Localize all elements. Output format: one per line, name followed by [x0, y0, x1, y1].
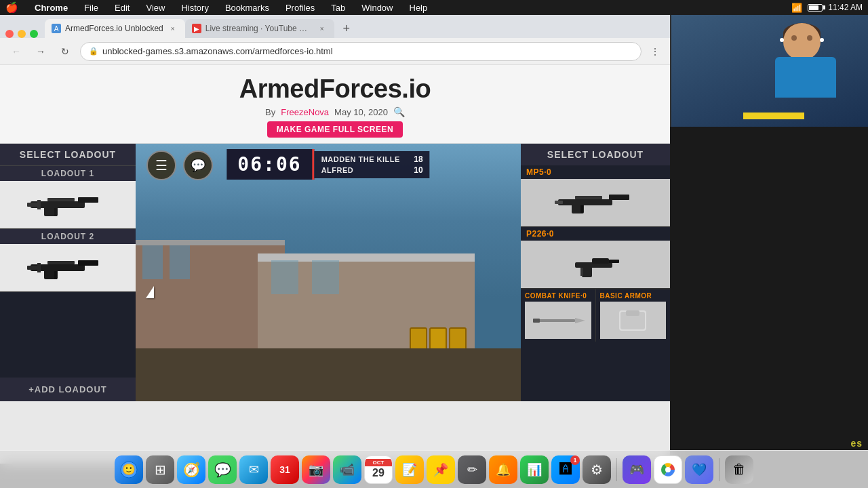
dock-notes[interactable]: 📝	[395, 455, 424, 484]
apple-menu-icon[interactable]: 🍎	[5, 1, 18, 14]
menubar-window[interactable]: Window	[359, 3, 395, 13]
tab-close-2[interactable]: ×	[317, 23, 328, 34]
loadout-1[interactable]: LOADOUT 1	[0, 166, 136, 229]
dock-fantastical[interactable]: 31	[271, 455, 299, 484]
address-bar: ← → ↻ 🔒 unblocked-games.s3.amazonaws.com…	[0, 38, 670, 65]
page-title: ArmedForces.io	[0, 75, 670, 104]
score-row-1: MADDEN THE KILLE 18	[321, 154, 423, 165]
svg-rect-15	[575, 196, 602, 199]
webcam-person	[671, 15, 868, 127]
weapon-mp5-label: MP5·0	[521, 165, 670, 179]
player-1-name: MADDEN THE KILLE	[321, 155, 400, 163]
search-icon[interactable]: 🔍	[393, 106, 405, 117]
dock-separator-2	[719, 458, 719, 481]
svg-rect-2	[78, 197, 98, 203]
svg-rect-9	[78, 260, 98, 266]
dock-photos[interactable]: 📷	[302, 455, 330, 484]
menubar-edit[interactable]: Edit	[112, 3, 132, 13]
loadout-2-label: LOADOUT 2	[0, 229, 136, 244]
fullscreen-button[interactable]: MAKE GAME FULL SCREEN	[267, 121, 403, 138]
dock-calendar[interactable]: OCT 29	[364, 455, 393, 484]
svg-rect-25	[534, 319, 575, 322]
page-header: ArmedForces.io By FreezeNova May 10, 202…	[0, 65, 670, 144]
dock-trash[interactable]: 🗑	[725, 455, 753, 484]
player-2-name: ALFRED	[321, 166, 354, 174]
back-button[interactable]: ←	[7, 42, 26, 61]
menubar-file[interactable]: File	[81, 3, 101, 13]
game-timer: 06:06	[226, 149, 314, 180]
game-area[interactable]: SELECT LOADOUT LOADOUT 1	[0, 144, 670, 401]
dock-numbers[interactable]: 📊	[520, 455, 549, 484]
menubar-right: 📶 11:42 AM	[791, 3, 863, 13]
dock-discord[interactable]: 💙	[685, 455, 713, 484]
dock-separator	[616, 458, 617, 481]
close-window-button[interactable]	[5, 30, 14, 38]
url-bar[interactable]: 🔒 unblocked-games.s3.amazonaws.com/armed…	[80, 42, 642, 61]
menubar-view[interactable]: View	[143, 3, 167, 13]
page-meta: By FreezeNova May 10, 2020 🔍	[0, 106, 670, 117]
minimize-window-button[interactable]	[18, 30, 26, 38]
dock-appstore[interactable]: 🅰 1	[551, 455, 580, 484]
appstore-badge: 1	[570, 455, 580, 465]
reload-button[interactable]: ↻	[56, 42, 75, 61]
stream-text: es	[850, 438, 863, 449]
dock-launchpad[interactable]: ⊞	[146, 455, 174, 484]
dock-arcade[interactable]: 🎮	[623, 455, 651, 484]
loadout-2[interactable]: LOADOUT 2	[0, 229, 136, 292]
barrels	[410, 327, 467, 350]
weapon-mp5[interactable]: MP5·0	[521, 165, 670, 227]
battery-icon	[808, 4, 823, 12]
dock-mail[interactable]: ✉	[239, 455, 268, 484]
dock-safari[interactable]: 🧭	[177, 455, 205, 484]
tab-armedforces[interactable]: A ArmedForces.io Unblocked ×	[45, 19, 185, 38]
date-text: May 10, 2020	[334, 107, 388, 117]
game-hud: 06:06 MADDEN THE KILLE 18 ALFRED 10	[226, 149, 429, 180]
menubar-help[interactable]: Help	[407, 3, 431, 13]
weapon-p226[interactable]: P226·0	[521, 227, 670, 289]
game-menu-button[interactable]: ☰	[146, 150, 176, 180]
tab-favicon-1: A	[52, 24, 61, 33]
tab-close-1[interactable]: ×	[167, 23, 178, 34]
loadout-2-weapon	[0, 244, 136, 291]
maximize-window-button[interactable]	[30, 30, 38, 38]
svg-rect-6	[37, 200, 41, 209]
weapon-armor-img	[600, 302, 667, 339]
menubar-profiles[interactable]: Profiles	[283, 3, 317, 13]
weapon-p226-img	[521, 241, 670, 288]
menubar-tab[interactable]: Tab	[328, 3, 348, 13]
svg-rect-14	[558, 199, 612, 205]
extensions-icon[interactable]: ⋮	[647, 43, 663, 60]
menubar-chrome[interactable]: Chrome	[32, 3, 71, 13]
svg-rect-12	[54, 271, 57, 279]
dock-reminders[interactable]: 🔔	[489, 455, 517, 484]
forward-button[interactable]: →	[31, 42, 50, 61]
page-content: ArmedForces.io By FreezeNova May 10, 202…	[0, 65, 670, 464]
weapon-armor[interactable]: BASIC ARMOR	[596, 289, 671, 342]
dock-scripteditor[interactable]: ✏	[458, 455, 486, 484]
new-tab-button[interactable]: +	[337, 19, 356, 38]
tab-title-2: Live streaming · YouTube Stu…	[205, 24, 313, 33]
stream-bottom: es	[670, 436, 868, 450]
dock-chrome[interactable]	[654, 455, 682, 484]
left-panel-header: SELECT LOADOUT	[0, 144, 136, 166]
dock-messages[interactable]: 💬	[208, 455, 237, 484]
menubar-history[interactable]: History	[178, 3, 211, 13]
add-loadout-button[interactable]: +ADD LOADOUT	[0, 378, 136, 401]
svg-rect-3	[27, 203, 37, 207]
svg-rect-5	[54, 208, 57, 216]
weapon-bottom-row: COMBAT KNIFE·0 BASIC ARMOR	[521, 289, 670, 342]
svg-rect-16	[609, 195, 629, 200]
game-viewport[interactable]: ☰ 💬 06:06 MADDEN THE KILLE 18 ALFRED	[136, 144, 521, 401]
svg-rect-13	[37, 263, 41, 272]
svg-point-35	[665, 467, 671, 472]
dock-system-preferences[interactable]: ⚙	[583, 455, 611, 484]
game-chat-button[interactable]: 💬	[183, 150, 213, 180]
player-2-score: 10	[414, 165, 422, 175]
dock-facetime[interactable]: 📹	[333, 455, 361, 484]
dock-finder[interactable]: 🙂	[115, 455, 143, 484]
dock-stickies[interactable]: 📌	[427, 455, 455, 484]
menubar-bookmarks[interactable]: Bookmarks	[222, 3, 272, 13]
author-link[interactable]: FreezeNova	[281, 107, 329, 117]
tab-youtube[interactable]: ▶ Live streaming · YouTube Stu… ×	[185, 19, 334, 38]
weapon-knife[interactable]: COMBAT KNIFE·0	[521, 289, 596, 342]
